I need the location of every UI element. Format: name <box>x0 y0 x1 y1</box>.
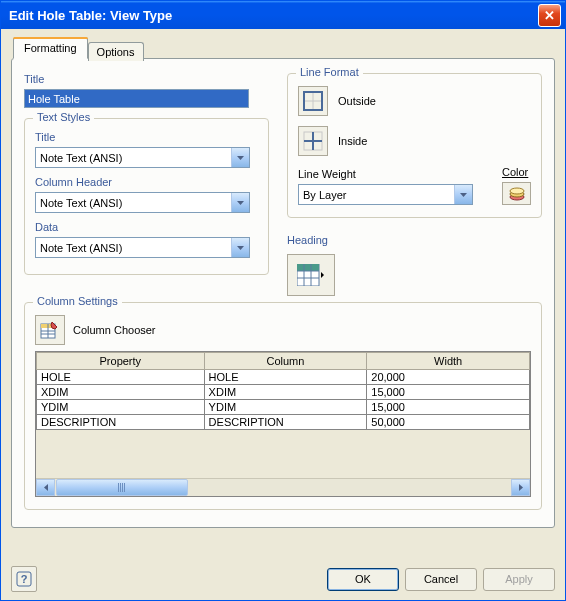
svg-point-8 <box>510 188 524 194</box>
table-cell[interactable]: 15,000 <box>367 385 530 400</box>
horizontal-scrollbar[interactable] <box>36 478 530 496</box>
table-cell[interactable]: DESCRIPTION <box>204 415 367 430</box>
column-chooser-label: Column Chooser <box>73 324 156 336</box>
scroll-left-button[interactable] <box>36 479 55 496</box>
chevron-down-icon <box>231 238 249 257</box>
table-cell[interactable]: HOLE <box>37 370 205 385</box>
color-label: Color <box>502 166 531 178</box>
titlebar[interactable]: Edit Hole Table: View Type ✕ <box>1 1 565 29</box>
column-settings-group: Column Settings Co <box>24 302 542 510</box>
table-row[interactable]: HOLEHOLE20,000 <box>37 370 530 385</box>
line-format-group: Line Format Outside <box>287 73 542 218</box>
table-cell[interactable]: 15,000 <box>367 400 530 415</box>
button-bar: ? OK Cancel Apply <box>11 566 555 592</box>
table-empty-area <box>36 430 530 478</box>
table-cell[interactable]: 50,000 <box>367 415 530 430</box>
column-table[interactable]: Property Column Width HOLEHOLE20,000XDIM… <box>35 351 531 497</box>
th-property[interactable]: Property <box>37 353 205 370</box>
th-width[interactable]: Width <box>367 353 530 370</box>
header-style-label: Column Header <box>35 176 258 188</box>
scroll-right-button[interactable] <box>511 479 530 496</box>
data-style-select[interactable]: Note Text (ANSI) <box>35 237 250 258</box>
column-chooser-button[interactable] <box>35 315 65 345</box>
svg-rect-10 <box>297 264 319 271</box>
heading-label: Heading <box>287 234 542 246</box>
table-cell[interactable]: YDIM <box>204 400 367 415</box>
color-button[interactable] <box>502 182 531 205</box>
ok-button[interactable]: OK <box>327 568 399 591</box>
title-input[interactable] <box>24 89 249 108</box>
chevron-down-icon <box>231 148 249 167</box>
chevron-down-icon <box>454 185 472 204</box>
layers-color-icon <box>508 187 526 201</box>
line-format-legend: Line Format <box>296 66 363 78</box>
table-row[interactable]: YDIMYDIM15,000 <box>37 400 530 415</box>
line-weight-select[interactable]: By Layer <box>298 184 473 205</box>
dialog-window: Edit Hole Table: View Type ✕ Formatting … <box>0 0 566 601</box>
outside-label: Outside <box>338 95 376 107</box>
text-styles-group: Text Styles Title Note Text (ANSI) Colum… <box>24 118 269 275</box>
chevron-down-icon <box>231 193 249 212</box>
tab-control: Formatting Options Title Text Styles Tit… <box>11 37 555 528</box>
inside-label: Inside <box>338 135 367 147</box>
title-label: Title <box>24 73 269 85</box>
column-settings-legend: Column Settings <box>33 295 122 307</box>
scroll-thumb[interactable] <box>56 479 188 496</box>
table-cell[interactable]: DESCRIPTION <box>37 415 205 430</box>
table-header-row: Property Column Width <box>37 353 530 370</box>
table-cell[interactable]: HOLE <box>204 370 367 385</box>
table-heading-icon <box>297 264 325 286</box>
help-button[interactable]: ? <box>11 566 37 592</box>
svg-text:?: ? <box>21 573 28 585</box>
column-chooser-icon <box>40 320 60 340</box>
table-cell[interactable]: XDIM <box>37 385 205 400</box>
heading-button[interactable] <box>287 254 335 296</box>
tab-panel-formatting: Title Text Styles Title Note Text (ANSI) <box>11 58 555 528</box>
data-style-label: Data <box>35 221 258 233</box>
tab-options[interactable]: Options <box>88 42 144 61</box>
outside-border-icon <box>303 91 323 111</box>
text-styles-legend: Text Styles <box>33 111 94 123</box>
tab-formatting[interactable]: Formatting <box>13 37 88 59</box>
close-icon: ✕ <box>544 8 555 23</box>
title-style-label: Title <box>35 131 258 143</box>
th-column[interactable]: Column <box>204 353 367 370</box>
close-button[interactable]: ✕ <box>538 4 561 27</box>
inside-border-icon <box>303 131 323 151</box>
table-cell[interactable]: 20,000 <box>367 370 530 385</box>
help-icon: ? <box>16 571 32 587</box>
apply-button[interactable]: Apply <box>483 568 555 591</box>
inside-line-button[interactable] <box>298 126 328 156</box>
table-row[interactable]: XDIMXDIM15,000 <box>37 385 530 400</box>
table-cell[interactable]: XDIM <box>204 385 367 400</box>
line-weight-label: Line Weight <box>298 168 492 180</box>
window-title: Edit Hole Table: View Type <box>9 8 172 23</box>
header-style-select[interactable]: Note Text (ANSI) <box>35 192 250 213</box>
outside-line-button[interactable] <box>298 86 328 116</box>
table-row[interactable]: DESCRIPTIONDESCRIPTION50,000 <box>37 415 530 430</box>
table-cell[interactable]: YDIM <box>37 400 205 415</box>
cancel-button[interactable]: Cancel <box>405 568 477 591</box>
title-style-select[interactable]: Note Text (ANSI) <box>35 147 250 168</box>
